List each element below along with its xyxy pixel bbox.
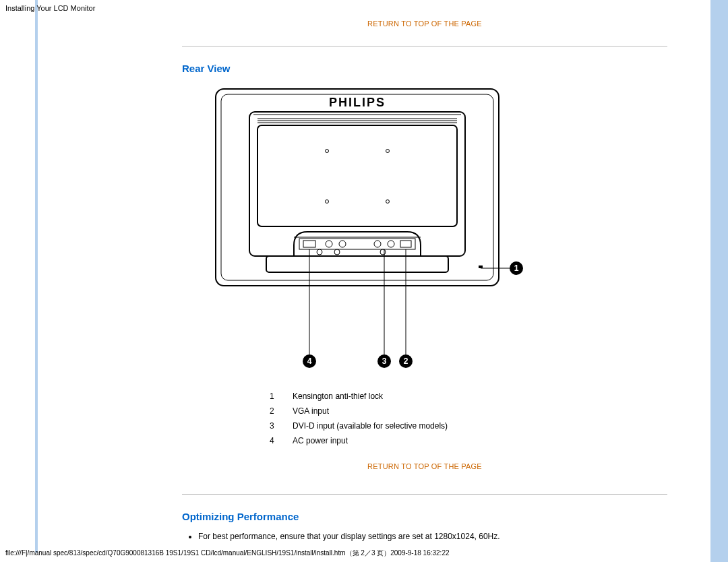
svg-rect-12 (299, 239, 415, 249)
left-margin-strip (35, 0, 38, 553)
svg-point-9 (326, 200, 329, 204)
svg-point-21 (380, 249, 386, 255)
svg-rect-18 (400, 241, 411, 247)
main-content: RETURN TO TOP OF THE PAGE Rear View PHIL… (182, 19, 667, 544)
rear-view-heading: Rear View (182, 63, 667, 74)
right-margin-strip (710, 0, 728, 562)
svg-point-15 (339, 241, 346, 247)
svg-point-19 (317, 249, 322, 255)
legend-row: 1 Kensington anti-thief lock (270, 389, 454, 404)
optimizing-bullets: For best performance, ensure that your d… (198, 532, 667, 541)
bullet-item: For best performance, ensure that your d… (198, 532, 667, 541)
svg-rect-13 (303, 241, 315, 247)
rear-view-diagram: PHILIPS (209, 84, 526, 377)
monitor-rear-svg: PHILIPS (209, 84, 526, 375)
legend-text: VGA input (293, 404, 454, 418)
legend-text: Kensington anti-thief lock (293, 389, 454, 404)
legend-text: DVI-D input (available for selective mod… (293, 418, 454, 433)
callout-2: 2 (404, 356, 408, 366)
svg-point-10 (386, 200, 390, 204)
callout-1: 1 (514, 263, 519, 273)
page-header-title: Installing Your LCD Monitor (5, 4, 95, 12)
divider-1 (182, 46, 667, 46)
callout-4: 4 (307, 356, 312, 366)
legend-num: 1 (270, 389, 293, 404)
legend-row: 3 DVI-D input (available for selective m… (270, 418, 454, 433)
rear-view-legend: 1 Kensington anti-thief lock 2 VGA input… (270, 389, 454, 448)
svg-rect-6 (257, 125, 457, 226)
optimizing-heading: Optimizing Performance (182, 511, 667, 522)
page-footer-path: file:///F|/manual spec/813/spec/cd/Q70G9… (5, 549, 450, 558)
legend-num: 3 (270, 418, 293, 433)
return-top-link-1[interactable]: RETURN TO TOP OF THE PAGE (367, 20, 482, 28)
svg-rect-22 (266, 256, 448, 272)
svg-rect-23 (479, 266, 483, 268)
legend-row: 2 VGA input (270, 404, 454, 418)
callout-3: 3 (382, 356, 387, 366)
svg-point-16 (374, 241, 381, 247)
svg-point-7 (326, 150, 329, 153)
svg-point-14 (326, 241, 332, 247)
svg-point-20 (334, 249, 340, 255)
return-top-link-2[interactable]: RETURN TO TOP OF THE PAGE (367, 462, 482, 470)
svg-point-8 (386, 150, 390, 153)
legend-row: 4 AC power input (270, 433, 454, 448)
brand-text: PHILIPS (329, 96, 386, 109)
legend-text: AC power input (293, 433, 454, 448)
legend-num: 2 (270, 404, 293, 418)
svg-point-17 (388, 241, 394, 247)
divider-2 (182, 494, 667, 495)
legend-num: 4 (270, 433, 293, 448)
